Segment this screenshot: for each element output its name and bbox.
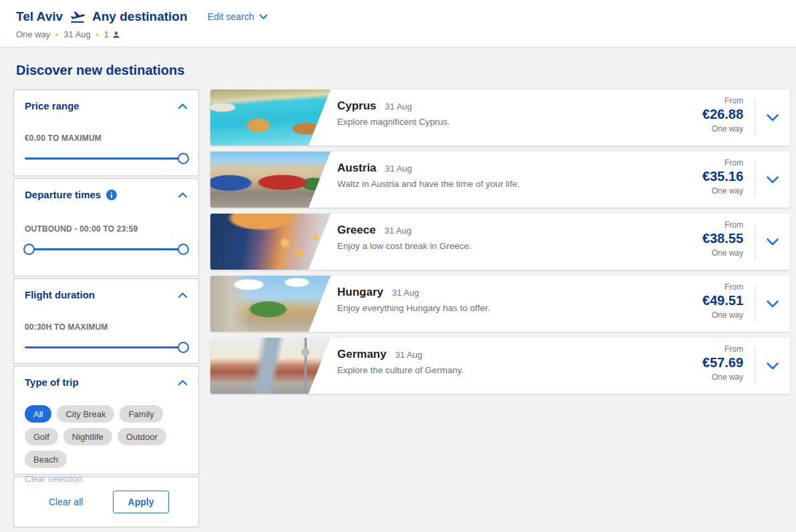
chevron-up-icon xyxy=(178,103,188,109)
apply-button[interactable]: Apply xyxy=(113,491,169,513)
price-range-slider-handle[interactable] xyxy=(178,153,189,164)
destination-name: Cyprus xyxy=(337,99,377,113)
price-value: €35.16 xyxy=(668,169,743,184)
chevron-down-icon xyxy=(766,300,779,308)
destination-date: 31 Aug xyxy=(385,226,412,236)
filter-section-price-range: Price range €0.00 TO MAXIMUM xyxy=(13,89,199,176)
price-range-slider[interactable] xyxy=(25,152,188,164)
expand-card-button[interactable] xyxy=(755,152,790,208)
from-label: From xyxy=(668,158,743,168)
chevron-down-icon xyxy=(766,238,779,246)
trip-type-label: One way xyxy=(16,29,50,39)
departure-times-title: Departure times xyxy=(25,189,101,200)
expand-card-button[interactable] xyxy=(755,214,790,270)
price-range-title: Price range xyxy=(25,100,79,111)
flight-duration-value-label: 00:30H TO MAXIMUM xyxy=(25,322,188,332)
expand-card-button[interactable] xyxy=(755,276,790,332)
separator-dot xyxy=(96,33,99,36)
flight-duration-slider-handle[interactable] xyxy=(178,342,189,353)
chevron-up-icon xyxy=(178,379,188,386)
destination-image xyxy=(210,152,331,208)
trip-type-chips: All City Break Family Golf Nightlife Out… xyxy=(25,405,188,468)
filters-sidebar: Price range €0.00 TO MAXIMUM Departure t… xyxy=(13,89,199,527)
price-block: From €49.51 One way xyxy=(668,276,743,332)
date-label: 31 Aug xyxy=(63,29,91,39)
filter-section-type-of-trip: Type of trip All City Break Family Golf … xyxy=(13,366,199,475)
from-label: From xyxy=(668,282,743,292)
slider-track xyxy=(25,158,188,160)
destination-image xyxy=(210,89,331,146)
clear-selection-link[interactable]: Clear selection xyxy=(25,474,82,484)
destination-card-germany[interactable]: Germany 31 Aug Explore the culture of Ge… xyxy=(210,338,790,394)
chip-nightlife[interactable]: Nightlife xyxy=(63,428,112,445)
destination-description: Explore the culture of Germany. xyxy=(337,365,668,375)
expand-card-button[interactable] xyxy=(755,338,790,394)
price-block: From €38.55 One way xyxy=(668,214,743,270)
chevron-down-icon xyxy=(766,176,779,184)
destination-description: Waltz in Austria and have the time of yo… xyxy=(337,179,668,189)
destination-date: 31 Aug xyxy=(385,101,413,111)
price-block: From €57.69 One way xyxy=(668,338,743,394)
destination-image xyxy=(210,214,331,270)
info-icon[interactable] xyxy=(106,190,117,200)
separator-dot xyxy=(55,33,58,36)
destination-card-hungary[interactable]: Hungary 31 Aug Enjoy everything Hungary … xyxy=(210,276,790,332)
chip-family[interactable]: Family xyxy=(120,405,162,423)
collapse-flight-duration-button[interactable] xyxy=(178,292,188,298)
price-block: From €26.88 One way xyxy=(668,89,743,146)
passenger-count-label: 1 xyxy=(104,29,109,39)
trip-type-label: One way xyxy=(668,248,743,258)
chip-golf[interactable]: Golf xyxy=(25,428,58,445)
type-of-trip-title: Type of trip xyxy=(25,376,79,388)
slider-track xyxy=(25,346,188,348)
flight-duration-slider[interactable] xyxy=(25,341,188,353)
chip-all[interactable]: All xyxy=(25,405,51,423)
destination-image xyxy=(210,338,331,394)
destination-date: 31 Aug xyxy=(395,350,423,360)
expand-card-button[interactable] xyxy=(755,89,790,146)
collapse-departure-times-button[interactable] xyxy=(178,192,188,198)
destination-card-austria[interactable]: Austria 31 Aug Waltz in Austria and have… xyxy=(210,152,790,208)
departure-times-slider-min-handle[interactable] xyxy=(23,244,35,255)
chevron-down-icon xyxy=(766,362,779,370)
destination-name: Germany xyxy=(337,348,387,361)
from-label: From xyxy=(668,96,743,105)
destination-description: Explore magnificent Cyprus. xyxy=(337,117,668,127)
edit-search-label: Edit search xyxy=(208,11,254,22)
origin-city-label: Tel Aviv xyxy=(16,9,63,24)
destination-card-list: Cyprus 31 Aug Explore magnificent Cyprus… xyxy=(210,89,790,400)
filter-section-departure-times: Departure times OUTBOUND - 00:00 TO 23:5… xyxy=(13,178,199,276)
search-summary-header: Tel Aviv Any destination Edit search One… xyxy=(0,0,796,47)
price-block: From €35.16 One way xyxy=(668,152,743,208)
slider-track xyxy=(25,248,188,250)
destination-date: 31 Aug xyxy=(392,288,419,298)
collapse-type-of-trip-button[interactable] xyxy=(178,379,188,386)
chip-beach[interactable]: Beach xyxy=(25,451,67,468)
price-value: €38.55 xyxy=(668,231,743,246)
departure-times-slider-max-handle[interactable] xyxy=(178,244,189,255)
flight-duration-title: Flight duration xyxy=(25,289,95,300)
filter-section-flight-duration: Flight duration 00:30H TO MAXIMUM xyxy=(13,278,199,364)
chevron-up-icon xyxy=(178,292,188,298)
price-value: €26.88 xyxy=(668,107,743,122)
chevron-down-icon xyxy=(259,14,268,20)
from-label: From xyxy=(668,220,743,230)
chevron-up-icon xyxy=(178,192,188,198)
trip-type-label: One way xyxy=(668,124,743,134)
clear-all-button[interactable]: Clear all xyxy=(49,497,83,507)
price-range-value-label: €0.00 TO MAXIMUM xyxy=(25,134,188,143)
destination-description: Enjoy everything Hungary has to offer. xyxy=(337,303,668,313)
chip-city-break[interactable]: City Break xyxy=(57,405,114,423)
destination-card-cyprus[interactable]: Cyprus 31 Aug Explore magnificent Cyprus… xyxy=(210,89,790,146)
trip-type-label: One way xyxy=(668,372,743,382)
destination-name: Greece xyxy=(337,224,376,237)
departure-times-slider[interactable] xyxy=(25,243,188,255)
trip-type-label: One way xyxy=(668,310,743,320)
chip-outdoor[interactable]: Outdoor xyxy=(118,428,166,445)
collapse-price-range-button[interactable] xyxy=(178,103,188,109)
destination-card-greece[interactable]: Greece 31 Aug Enjoy a low cost break in … xyxy=(210,214,790,270)
destination-date: 31 Aug xyxy=(385,164,413,174)
destination-name: Austria xyxy=(337,162,377,175)
departure-times-value-label: OUTBOUND - 00:00 TO 23:59 xyxy=(25,224,188,234)
edit-search-button[interactable]: Edit search xyxy=(208,11,268,22)
